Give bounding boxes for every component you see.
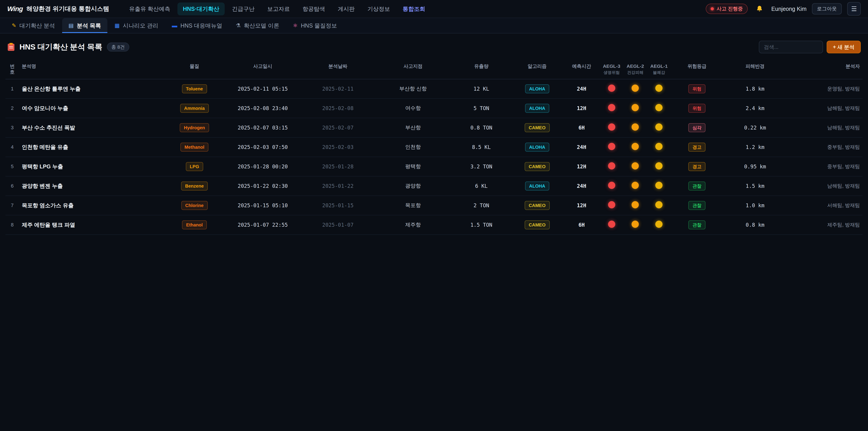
analysis-name: 부산 수소 추진선 폭발 xyxy=(19,118,165,137)
row-number: 5 xyxy=(5,157,19,176)
table-row[interactable]: 2여수 암모니아 누출Ammonia2025-02-08 23:402025-0… xyxy=(5,98,863,118)
nav-item[interactable]: 게시판 xyxy=(332,2,360,16)
bell-icon xyxy=(756,5,763,13)
material-badge: Ethanol xyxy=(182,220,207,229)
aegl1-cell xyxy=(647,196,671,215)
material-badge: Benzene xyxy=(181,182,208,190)
nav-item[interactable]: 긴급구난 xyxy=(226,2,260,16)
nav-item[interactable]: 기상정보 xyxy=(362,2,395,16)
col-header-amount: 유출량 xyxy=(452,59,511,79)
col-header-label: AEGL-3 xyxy=(602,63,621,69)
forecast-duration: 12H xyxy=(563,196,600,215)
analyst-names: 남해팀, 방재팀 xyxy=(787,176,863,196)
table-row[interactable]: 4인천항 메탄올 유출Methanol2025-02-03 07:502025-… xyxy=(5,137,863,157)
col-header-label: 피해반경 xyxy=(726,63,784,69)
algorithm-cell: ALOHA xyxy=(511,79,563,98)
col-header-aegl3: AEGL-3생명위험 xyxy=(600,59,623,79)
analysis-date: 2025-02-08 xyxy=(302,98,374,118)
aegl1-cell xyxy=(647,176,671,196)
damage-radius: 0.8 km xyxy=(723,215,787,235)
nav-item[interactable]: 항공탐색 xyxy=(297,2,331,16)
aegl2-cell xyxy=(623,176,647,196)
aegl1-indicator xyxy=(655,123,662,131)
tab-분석 목록[interactable]: ▤분석 목록 xyxy=(62,18,107,33)
spill-amount: 0.8 TON xyxy=(452,118,511,137)
tab-HNS 물질정보[interactable]: ⚛HNS 물질정보 xyxy=(287,18,343,33)
nav-item[interactable]: 보고자료 xyxy=(262,2,295,16)
col-header-date: 분석날짜 xyxy=(302,59,374,79)
incident-datetime: 2025-01-22 02:30 xyxy=(224,176,302,196)
new-analysis-button[interactable]: + 새 분석 xyxy=(827,41,861,53)
analyst-names: 제주팀, 방재팀 xyxy=(787,215,863,235)
aegl1-cell xyxy=(647,215,671,235)
aegl2-cell xyxy=(623,118,647,137)
page-head: HNS 대기확산 분석 목록 총 8건 + 새 분석 xyxy=(0,33,868,59)
aegl2-indicator xyxy=(631,221,639,228)
aegl3-indicator xyxy=(608,143,615,150)
material-cell: Ammonia xyxy=(165,98,224,118)
material-cell: Benzene xyxy=(165,176,224,196)
aegl1-indicator xyxy=(655,221,662,228)
spill-amount: 6 KL xyxy=(452,176,511,196)
tab-대기확산 분석[interactable]: ✎대기확산 분석 xyxy=(5,18,61,33)
risk-level-badge: 위험 xyxy=(688,104,706,113)
hamburger-menu-button[interactable]: ☰ xyxy=(847,2,861,16)
row-number: 1 xyxy=(5,79,19,98)
manual-icon: ▬ xyxy=(172,23,177,28)
notification-bell-button[interactable] xyxy=(753,2,766,15)
aegl3-cell xyxy=(600,157,623,176)
damage-radius: 1.0 km xyxy=(723,196,787,215)
algorithm-cell: CAMEO xyxy=(511,196,563,215)
algorithm-badge: CAMEO xyxy=(525,220,550,229)
nav-item[interactable]: 통합조회 xyxy=(397,2,431,16)
table-row[interactable]: 5평택항 LPG 누출LPG2025-01-28 00:202025-01-28… xyxy=(5,157,863,176)
app-logo: Wing xyxy=(7,5,23,13)
forecast-duration: 24H xyxy=(563,176,600,196)
nav-item[interactable]: HNS·대기확산 xyxy=(178,2,225,16)
table-row[interactable]: 1울산 온산항 톨루엔 누출Toluene2025-02-11 05:15202… xyxy=(5,79,863,98)
analyst-names: 서해팀, 방재팀 xyxy=(787,196,863,215)
table-row[interactable]: 7목포항 염소가스 유출Chlorine2025-01-15 05:102025… xyxy=(5,196,863,215)
table-row[interactable]: 3부산 수소 추진선 폭발Hydrogen2025-02-07 03:15202… xyxy=(5,118,863,137)
spill-amount: 5 TON xyxy=(452,98,511,118)
tab-확산모델 이론[interactable]: ⚗확산모델 이론 xyxy=(229,18,285,33)
nav-item[interactable]: 유출유 확산예측 xyxy=(124,2,176,16)
tabbar: ✎대기확산 분석▤분석 목록▦시나리오 관리▬HNS 대응매뉴얼⚗확산모델 이론… xyxy=(0,18,868,33)
forecast-duration: 24H xyxy=(563,137,600,157)
col-header-label: 분석자 xyxy=(789,63,860,69)
table-row[interactable]: 6광양항 벤젠 누출Benzene2025-01-22 02:302025-01… xyxy=(5,176,863,196)
aegl2-cell xyxy=(623,79,647,98)
logout-button[interactable]: 로그아웃 xyxy=(812,3,842,14)
analyst-names: 운영팀, 방재팀 xyxy=(787,79,863,98)
aegl1-indicator xyxy=(655,104,662,111)
aegl3-cell xyxy=(600,98,623,118)
tab-HNS 대응매뉴얼[interactable]: ▬HNS 대응매뉴얼 xyxy=(165,18,228,33)
algorithm-badge: CAMEO xyxy=(525,201,550,210)
row-number: 2 xyxy=(5,98,19,118)
col-header-label: AEGL-1 xyxy=(650,63,668,69)
analysis-date: 2025-01-07 xyxy=(302,215,374,235)
molecule-icon: ⚛ xyxy=(293,23,298,28)
tab-label: 분석 목록 xyxy=(77,22,101,29)
aegl1-indicator xyxy=(655,162,662,170)
risk-cell: 관찰 xyxy=(671,215,723,235)
incident-dot-icon xyxy=(711,7,714,10)
aegl3-indicator xyxy=(608,123,615,131)
analysis-date: 2025-02-07 xyxy=(302,118,374,137)
incident-status-badge: 사고 진행중 xyxy=(706,4,748,14)
tab-시나리오 관리[interactable]: ▦시나리오 관리 xyxy=(108,18,165,33)
algorithm-cell: ALOHA xyxy=(511,176,563,196)
damage-radius: 1.8 km xyxy=(723,79,787,98)
aegl3-indicator xyxy=(608,182,615,189)
col-header-duration: 예측시간 xyxy=(563,59,600,79)
damage-radius: 2.4 km xyxy=(723,98,787,118)
tab-label: HNS 대응매뉴얼 xyxy=(180,22,222,29)
material-badge: LPG xyxy=(186,162,203,171)
app-title: 해양환경 위기대응 통합시스템 xyxy=(26,5,109,13)
incident-datetime: 2025-02-07 03:15 xyxy=(224,118,302,137)
incident-location: 광양항 xyxy=(374,176,452,196)
table-row[interactable]: 8제주 에탄올 탱크 파열Ethanol2025-01-07 22:552025… xyxy=(5,215,863,235)
incident-location: 부산항 xyxy=(374,118,452,137)
search-input[interactable] xyxy=(759,41,823,53)
analysis-table-wrap: 번호분석명물질사고일시분석날짜사고지점유출량알고리즘예측시간AEGL-3생명위험… xyxy=(0,59,868,235)
